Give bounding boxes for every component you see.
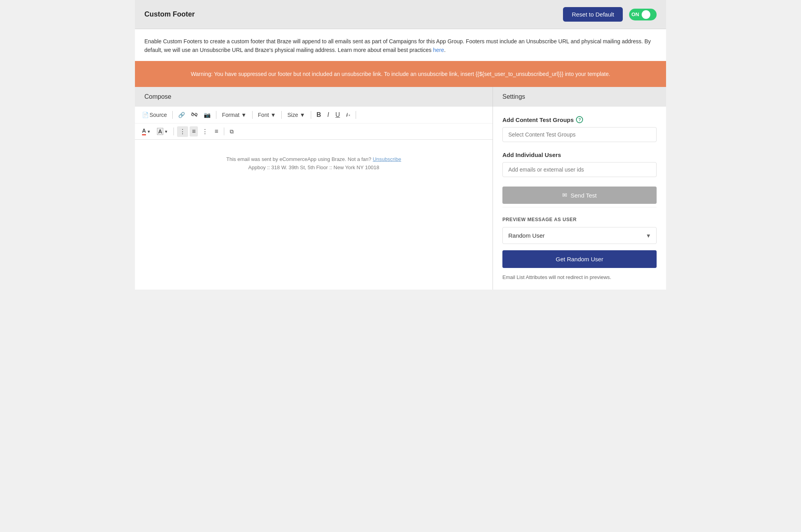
content-test-help-icon[interactable]: ?	[576, 116, 583, 123]
underline-button[interactable]: U	[333, 110, 343, 120]
toolbar-row-1: 📄 Source 🔗	[135, 107, 493, 124]
send-test-button[interactable]: ✉ Send Test	[502, 187, 657, 204]
link-icon: 🔗	[178, 112, 185, 118]
strikethrough-icon: I	[346, 112, 348, 118]
here-link[interactable]: here	[433, 47, 444, 53]
page-title: Custom Footer	[144, 10, 195, 18]
individual-users-section: Add Individual Users	[502, 151, 657, 177]
description-text: Enable Custom Footers to create a custom…	[144, 38, 651, 53]
unlink-button[interactable]	[189, 110, 200, 120]
font-select[interactable]: Font ▼	[256, 110, 279, 120]
justify-icon: ≡	[214, 128, 218, 135]
editor-address-line: Appboy :: 318 W. 39th St, 5th Floor :: N…	[144, 164, 483, 172]
separator-2	[216, 111, 216, 119]
warning-banner: Warning: You have suppressed our footer …	[135, 61, 666, 87]
format-chevron-icon: ▼	[241, 112, 247, 118]
email-list-note: Email List Attributes will not redirect …	[502, 274, 657, 280]
separator-7	[173, 127, 174, 135]
individual-users-input[interactable]	[502, 162, 657, 177]
font-color-icon: A	[142, 127, 146, 135]
highlight-dropdown-icon: ▼	[164, 129, 168, 134]
settings-header: Settings	[493, 87, 666, 107]
unsubscribe-link[interactable]: Unsubscribe	[373, 156, 401, 162]
compose-title: Compose	[144, 93, 171, 100]
source-button[interactable]: 📄 Source	[140, 110, 169, 120]
align-center-icon: ≡	[192, 128, 196, 135]
get-random-user-button[interactable]: Get Random User	[502, 250, 657, 268]
separator-5	[311, 111, 311, 119]
editor-email-line: This email was sent by eCommerceApp usin…	[144, 155, 483, 164]
font-color-dropdown-icon: ▼	[147, 129, 151, 134]
bold-button[interactable]: B	[314, 110, 324, 120]
content-test-groups-input[interactable]	[502, 127, 657, 142]
italic-icon: I	[327, 111, 329, 118]
reset-to-default-button[interactable]: Reset to Default	[563, 7, 623, 22]
individual-users-title: Add Individual Users	[502, 151, 657, 158]
header-actions: Reset to Default ON	[563, 7, 657, 22]
editor-content-area[interactable]: This email was sent by eCommerceApp usin…	[135, 140, 493, 258]
editor-toolbar: 📄 Source 🔗	[135, 107, 493, 140]
align-right-icon: ⋮	[202, 128, 208, 135]
warning-text: Warning: You have suppressed our footer …	[191, 71, 610, 77]
link-button[interactable]: 🔗	[176, 110, 187, 120]
enable-toggle[interactable]: ON	[629, 9, 657, 20]
fullscreen-icon: ⧉	[230, 128, 234, 135]
page-header: Custom Footer Reset to Default ON	[135, 0, 666, 29]
settings-title: Settings	[502, 93, 525, 100]
fullscreen-button[interactable]: ⧉	[227, 127, 236, 137]
compose-panel: Compose 📄 Source 🔗	[135, 87, 493, 290]
preview-title: PREVIEW MESSAGE AS USER	[502, 217, 657, 222]
image-button[interactable]: 📷	[201, 110, 213, 120]
size-select[interactable]: Size ▼	[285, 110, 307, 120]
content-test-groups-title: Add Content Test Groups ?	[502, 116, 657, 123]
preview-section: PREVIEW MESSAGE AS USER Random User Spec…	[502, 207, 657, 280]
toggle-label: ON	[631, 11, 639, 17]
strikethrough-button[interactable]: I x	[344, 110, 353, 120]
envelope-icon: ✉	[562, 192, 567, 199]
separator-3	[252, 111, 253, 119]
toolbar-row-2: A ▼ A ▼ ⋮ ≡ ⋮	[135, 124, 493, 139]
separator-4	[281, 111, 282, 119]
font-color-button[interactable]: A ▼	[140, 126, 153, 137]
toggle-knob	[642, 10, 650, 19]
separator-6	[356, 111, 356, 119]
align-left-button[interactable]: ⋮	[177, 126, 188, 137]
image-icon: 📷	[204, 112, 210, 118]
highlight-icon: A	[157, 128, 163, 135]
underline-icon: U	[336, 111, 340, 118]
compose-header: Compose	[135, 87, 493, 107]
separator-1	[172, 111, 173, 119]
align-left-icon: ⋮	[179, 128, 186, 135]
source-icon: 📄	[142, 112, 149, 118]
format-select[interactable]: Format ▼	[220, 110, 249, 120]
unlink-icon	[191, 112, 197, 118]
main-content: Compose 📄 Source 🔗	[135, 87, 666, 290]
settings-panel: Settings Add Content Test Groups ? Add I…	[493, 87, 666, 290]
description-section: Enable Custom Footers to create a custom…	[135, 29, 666, 61]
bold-icon: B	[317, 111, 321, 118]
italic-button[interactable]: I	[325, 110, 331, 120]
font-chevron-icon: ▼	[271, 112, 276, 118]
size-chevron-icon: ▼	[300, 112, 305, 118]
preview-user-select[interactable]: Random User Specific User	[502, 227, 657, 244]
content-test-groups-section: Add Content Test Groups ?	[502, 116, 657, 142]
align-center-button[interactable]: ≡	[190, 126, 198, 137]
preview-user-select-wrapper: Random User Specific User ▼	[502, 227, 657, 244]
settings-body: Add Content Test Groups ? Add Individual…	[493, 107, 666, 290]
align-right-button[interactable]: ⋮	[199, 126, 210, 137]
justify-button[interactable]: ≡	[212, 126, 220, 137]
separator-8	[224, 127, 224, 135]
highlight-color-button[interactable]: A ▼	[155, 126, 170, 137]
